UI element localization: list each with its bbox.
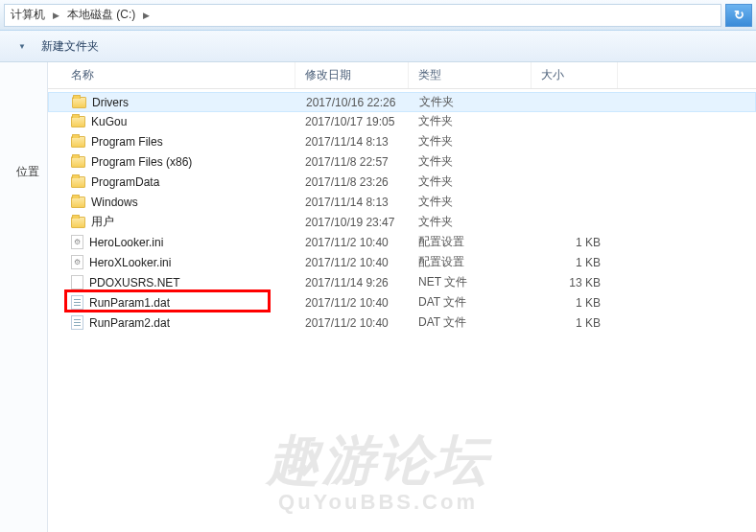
toolbar-menu-button[interactable]: ▼ <box>8 38 34 55</box>
file-name-cell[interactable]: HeroLooker.ini <box>48 235 295 249</box>
main-area: 位置 名称 修改日期 类型 大小 Drivers2017/10/16 22:26… <box>0 62 756 532</box>
file-name-cell[interactable]: PDOXUSRS.NET <box>48 275 295 289</box>
file-type-cell: DAT 文件 <box>409 294 532 311</box>
column-header-date[interactable]: 修改日期 <box>295 62 409 88</box>
column-header-type[interactable]: 类型 <box>409 62 532 88</box>
file-type-cell: 文件夹 <box>409 133 532 150</box>
column-headers: 名称 修改日期 类型 大小 <box>48 62 756 89</box>
address-bar: 计算机 ▶ 本地磁盘 (C:) ▶ ↻ <box>0 0 756 31</box>
chevron-right-icon[interactable]: ▶ <box>51 11 61 20</box>
file-type-cell: 文件夹 <box>409 153 532 170</box>
sidebar-item[interactable]: 位置 <box>0 158 47 186</box>
file-list: Drivers2017/10/16 22:26文件夹KuGou2017/10/1… <box>48 89 756 333</box>
sidebar-item[interactable] <box>0 335 47 346</box>
file-size-cell: 1 KB <box>532 236 618 249</box>
file-size-cell: 1 KB <box>532 316 618 330</box>
chevron-down-icon: ▼ <box>18 42 26 51</box>
ini-icon <box>71 235 83 249</box>
file-date-cell: 2017/10/17 19:05 <box>295 115 409 128</box>
file-row[interactable]: Drivers2017/10/16 22:26文件夹 <box>48 92 756 112</box>
toolbar: ▼ 新建文件夹 <box>0 31 756 62</box>
folder-icon <box>71 176 85 188</box>
file-row[interactable]: 用户2017/10/19 23:47文件夹 <box>48 212 756 232</box>
file-date-cell: 2017/11/2 10:40 <box>295 296 409 310</box>
file-name-cell[interactable]: Program Files (x86) <box>48 155 295 169</box>
file-type-cell: 文件夹 <box>409 214 532 230</box>
file-name-label: RunParam2.dat <box>89 316 170 330</box>
file-row[interactable]: ProgramData2017/11/8 23:26文件夹 <box>48 172 756 192</box>
file-date-cell: 2017/11/14 8:13 <box>295 135 409 149</box>
file-name-cell[interactable]: Program Files <box>48 135 295 149</box>
file-name-label: HeroLooker.ini <box>89 236 163 249</box>
file-date-cell: 2017/11/2 10:40 <box>295 256 409 269</box>
file-pane: 名称 修改日期 类型 大小 Drivers2017/10/16 22:26文件夹… <box>48 62 756 532</box>
file-row[interactable]: Program Files2017/11/14 8:13文件夹 <box>48 131 756 151</box>
file-name-label: 用户 <box>91 214 114 230</box>
folder-icon <box>71 156 85 168</box>
file-row[interactable]: KuGou2017/10/17 19:05文件夹 <box>48 111 756 131</box>
file-type-cell: 文件夹 <box>409 194 532 210</box>
sidebar: 位置 <box>0 62 48 532</box>
file-row[interactable]: HeroLooker.ini2017/11/2 10:40配置设置1 KB <box>48 232 756 252</box>
column-header-name[interactable]: 名称 <box>48 62 295 88</box>
file-name-label: HeroXLooker.ini <box>89 256 171 269</box>
new-folder-button[interactable]: 新建文件夹 <box>34 35 106 58</box>
file-size-cell: 1 KB <box>532 296 618 310</box>
file-name-label: RunParam1.dat <box>89 296 170 310</box>
refresh-button[interactable]: ↻ <box>725 4 752 27</box>
file-name-cell[interactable]: RunParam2.dat <box>48 315 295 330</box>
file-name-cell[interactable]: KuGou <box>48 115 295 128</box>
file-name-cell[interactable]: 用户 <box>48 214 295 230</box>
file-name-cell[interactable]: Windows <box>48 196 295 209</box>
file-name-label: PDOXUSRS.NET <box>89 276 180 289</box>
ini-icon <box>71 255 83 269</box>
breadcrumb[interactable]: 计算机 ▶ 本地磁盘 (C:) ▶ <box>4 4 721 27</box>
file-icon <box>71 275 83 289</box>
file-name-cell[interactable]: RunParam1.dat <box>48 295 295 310</box>
folder-icon <box>72 97 86 108</box>
file-name-label: Windows <box>91 196 138 209</box>
file-row[interactable]: RunParam1.dat2017/11/2 10:40DAT 文件1 KB <box>48 292 756 312</box>
file-date-cell: 2017/11/14 9:26 <box>295 276 409 289</box>
breadcrumb-item[interactable]: 计算机 <box>5 5 51 26</box>
file-type-cell: 配置设置 <box>409 254 532 270</box>
file-date-cell: 2017/11/2 10:40 <box>295 316 409 330</box>
folder-icon <box>71 116 85 127</box>
breadcrumb-item[interactable]: 本地磁盘 (C:) <box>61 5 141 26</box>
file-name-cell[interactable]: Drivers <box>49 96 296 109</box>
folder-icon <box>71 136 85 148</box>
file-date-cell: 2017/10/19 23:47 <box>295 216 409 229</box>
folder-icon <box>71 197 85 208</box>
file-date-cell: 2017/11/2 10:40 <box>295 236 409 249</box>
file-name-label: KuGou <box>91 115 127 128</box>
file-name-label: ProgramData <box>91 175 159 189</box>
file-name-label: Program Files (x86) <box>91 155 192 169</box>
file-type-cell: 配置设置 <box>409 234 532 250</box>
chevron-right-icon[interactable]: ▶ <box>141 11 152 20</box>
file-type-cell: NET 文件 <box>409 274 532 290</box>
file-type-cell: 文件夹 <box>410 94 532 110</box>
file-date-cell: 2017/11/8 22:57 <box>295 155 409 169</box>
file-row[interactable]: RunParam2.dat2017/11/2 10:40DAT 文件1 KB <box>48 312 756 333</box>
file-type-cell: 文件夹 <box>409 113 532 129</box>
file-date-cell: 2017/11/8 23:26 <box>295 175 409 189</box>
file-type-cell: DAT 文件 <box>409 314 532 331</box>
file-name-cell[interactable]: ProgramData <box>48 175 295 189</box>
file-row[interactable]: Program Files (x86)2017/11/8 22:57文件夹 <box>48 151 756 172</box>
file-name-label: Drivers <box>92 96 129 109</box>
file-row[interactable]: HeroXLooker.ini2017/11/2 10:40配置设置1 KB <box>48 252 756 272</box>
file-size-cell: 1 KB <box>532 256 618 269</box>
file-name-label: Program Files <box>91 135 163 149</box>
file-date-cell: 2017/11/14 8:13 <box>295 196 409 209</box>
file-row[interactable]: PDOXUSRS.NET2017/11/14 9:26NET 文件13 KB <box>48 272 756 292</box>
file-size-cell: 13 KB <box>532 276 618 289</box>
file-type-cell: 文件夹 <box>409 173 532 190</box>
folder-icon <box>71 217 85 228</box>
file-name-cell[interactable]: HeroXLooker.ini <box>48 255 295 269</box>
dat-icon <box>71 315 83 330</box>
file-date-cell: 2017/10/16 22:26 <box>296 96 410 109</box>
file-row[interactable]: Windows2017/11/14 8:13文件夹 <box>48 192 756 212</box>
dat-icon <box>71 295 83 310</box>
column-header-size[interactable]: 大小 <box>532 62 618 88</box>
